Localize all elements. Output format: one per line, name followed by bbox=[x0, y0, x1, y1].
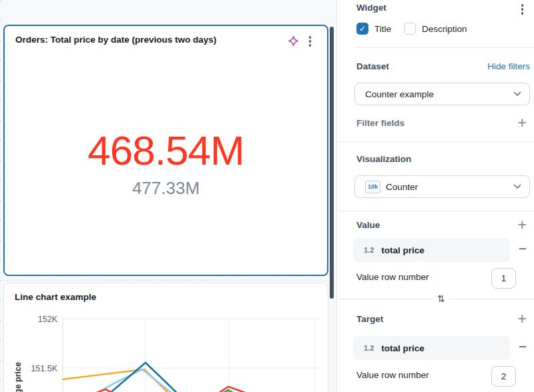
dataset-heading: Dataset bbox=[356, 61, 389, 71]
swap-value-target-icon[interactable]: ⇅ bbox=[433, 293, 450, 304]
counter-viz-icon: 10k bbox=[365, 181, 380, 193]
dataset-select-value: Counter example bbox=[365, 89, 513, 99]
description-checkbox-label: Description bbox=[422, 24, 467, 34]
field-type-badge: 1.2 bbox=[364, 246, 374, 254]
add-value-field-button[interactable]: + bbox=[518, 219, 527, 231]
field-type-badge: 1.2 bbox=[364, 344, 374, 352]
dataset-select[interactable]: Counter example bbox=[354, 83, 530, 105]
counter-widget-card[interactable]: Orders: Total price by date (previous tw… bbox=[3, 25, 328, 276]
divider bbox=[338, 141, 534, 142]
dashboard-editor: Orders: Total price by date (previous tw… bbox=[0, 0, 534, 392]
y-axis-label: Average price bbox=[13, 362, 23, 392]
target-heading: Target bbox=[356, 314, 383, 324]
dashboard-canvas: Orders: Total price by date (previous tw… bbox=[0, 0, 336, 392]
widget-display-options: ✓ Title Description bbox=[356, 23, 467, 35]
value-row-number-label: Value row number bbox=[356, 272, 429, 282]
visualization-heading: Visualization bbox=[356, 154, 411, 164]
visualization-select[interactable]: 10k Counter bbox=[354, 175, 530, 198]
value-heading: Value bbox=[356, 220, 380, 230]
check-icon: ✓ bbox=[359, 24, 366, 33]
visualization-select-value: Counter bbox=[386, 182, 513, 192]
value-field-name: total price bbox=[381, 245, 425, 255]
widget-settings-panel: Widget ✓ Title Description Dataset Hide … bbox=[336, 0, 534, 392]
line-chart-svg: 152K 151.5K Average price bbox=[4, 310, 328, 392]
target-field-name: total price bbox=[381, 343, 425, 353]
counter-target-value: 477.33M bbox=[5, 178, 327, 198]
divider bbox=[338, 211, 534, 211]
remove-target-field-button[interactable]: − bbox=[515, 341, 531, 353]
grid-dots bbox=[0, 0, 1, 392]
filter-fields-label: Filter fields bbox=[356, 118, 405, 128]
panel-heading: Widget bbox=[356, 3, 386, 13]
series-dark-blue bbox=[104, 363, 182, 392]
target-row-number-input[interactable] bbox=[491, 366, 516, 387]
line-chart-widget-card[interactable]: Line chart example 152K 151.5K Average p… bbox=[3, 283, 328, 392]
value-row-number-input[interactable] bbox=[491, 268, 516, 289]
chevron-down-icon bbox=[513, 91, 521, 97]
vertical-scrollbar[interactable] bbox=[330, 27, 334, 299]
line-chart-widget-title: Line chart example bbox=[15, 292, 96, 302]
counter-widget-title: Orders: Total price by date (previous tw… bbox=[15, 35, 216, 45]
series-light-blue bbox=[91, 369, 180, 392]
grid-row-divider bbox=[0, 280, 332, 281]
ai-sparkle-icon[interactable] bbox=[288, 35, 299, 47]
chevron-down-icon bbox=[513, 184, 521, 189]
title-checkbox-label: Title bbox=[374, 24, 391, 34]
divider bbox=[356, 47, 534, 48]
y-tick-152k: 152K bbox=[38, 315, 58, 324]
widget-menu-kebab-icon[interactable] bbox=[308, 35, 313, 48]
series-red-right bbox=[212, 387, 276, 392]
hide-filters-link[interactable]: Hide filters bbox=[487, 61, 530, 71]
target-field-row[interactable]: 1.2 total price bbox=[353, 336, 510, 360]
title-checkbox[interactable]: ✓ bbox=[356, 23, 368, 35]
remove-value-field-button[interactable]: − bbox=[515, 243, 531, 255]
add-filter-field-button[interactable]: + bbox=[518, 117, 527, 129]
target-row-number-label: Value row number bbox=[356, 370, 429, 380]
line-chart: 152K 151.5K Average price bbox=[4, 310, 328, 392]
add-target-field-button[interactable]: + bbox=[518, 313, 527, 325]
chart-series-group bbox=[63, 363, 276, 392]
value-field-row[interactable]: 1.2 total price bbox=[353, 238, 510, 262]
panel-menu-kebab-icon[interactable] bbox=[520, 3, 525, 16]
description-checkbox[interactable] bbox=[404, 23, 416, 35]
y-tick-151-5k: 151.5K bbox=[31, 364, 57, 373]
counter-value: 468.54M bbox=[5, 130, 327, 171]
